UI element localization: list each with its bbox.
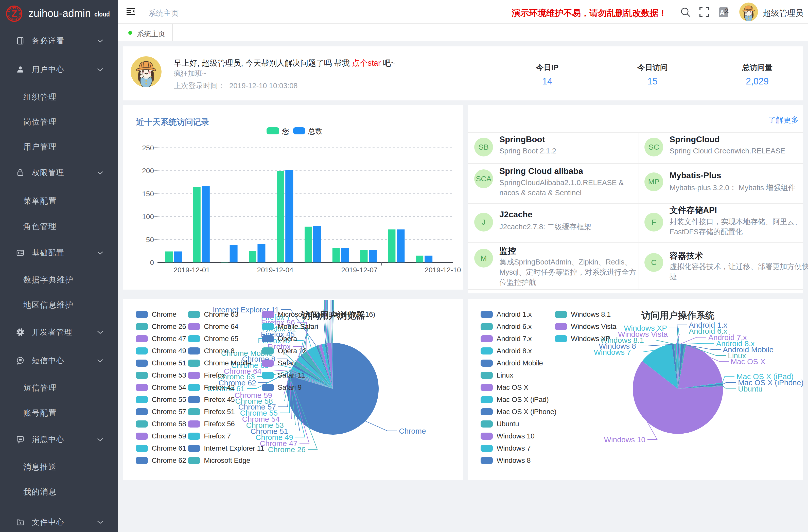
svg-text:cloud: cloud xyxy=(94,11,110,18)
svg-text:50: 50 xyxy=(146,236,154,244)
svg-text:Chrome: Chrome xyxy=(399,427,426,435)
svg-text:2019-12-04: 2019-12-04 xyxy=(257,266,293,274)
svg-text:Windows 10: Windows 10 xyxy=(604,435,645,444)
svg-text:150: 150 xyxy=(142,190,154,198)
svg-text:访问用户操作系统: 访问用户操作系统 xyxy=(641,310,715,320)
svg-text:zuihou-admin: zuihou-admin xyxy=(29,7,91,19)
svg-text:Chrome 26: Chrome 26 xyxy=(268,445,306,454)
svg-text:2019-12-10: 2019-12-10 xyxy=(425,266,461,274)
svg-text:总数: 总数 xyxy=(308,127,322,135)
svg-text:0: 0 xyxy=(150,259,154,267)
svg-text:2019-12-01: 2019-12-01 xyxy=(173,266,210,274)
svg-text:200: 200 xyxy=(142,167,154,175)
svg-text:您: 您 xyxy=(282,127,289,135)
svg-text:Ubuntu: Ubuntu xyxy=(738,385,763,393)
svg-text:2019-12-07: 2019-12-07 xyxy=(341,266,378,274)
svg-text:100: 100 xyxy=(142,213,154,221)
svg-text:Mac OS X: Mac OS X xyxy=(731,357,766,366)
svg-text:250: 250 xyxy=(142,144,154,152)
svg-text:Windows 7: Windows 7 xyxy=(594,348,631,356)
svg-text:Z: Z xyxy=(12,8,17,19)
svg-text:近十天系统访问记录: 近十天系统访问记录 xyxy=(136,117,209,127)
